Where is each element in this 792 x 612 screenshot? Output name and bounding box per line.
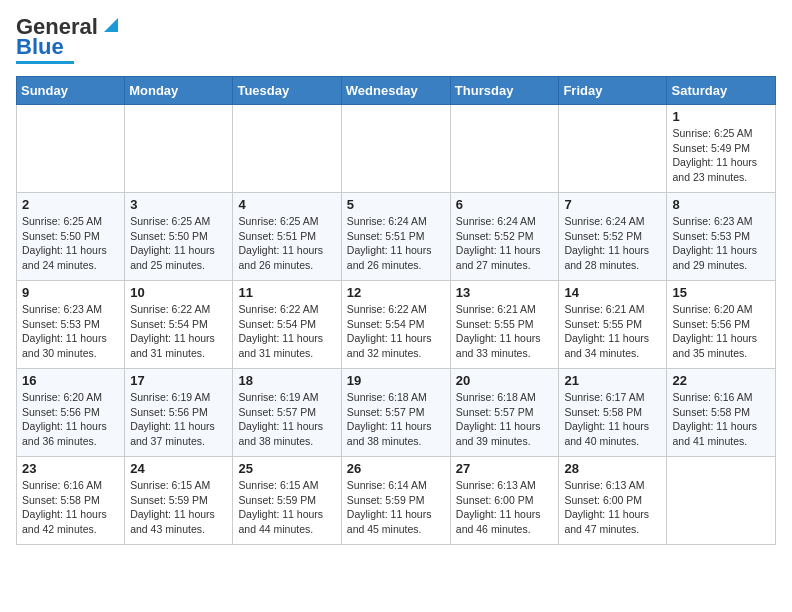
day-number: 15 [672, 285, 770, 300]
calendar-week-row: 9Sunrise: 6:23 AM Sunset: 5:53 PM Daylig… [17, 281, 776, 369]
calendar-header-row: SundayMondayTuesdayWednesdayThursdayFrid… [17, 77, 776, 105]
calendar-cell: 11Sunrise: 6:22 AM Sunset: 5:54 PM Dayli… [233, 281, 341, 369]
day-info: Sunrise: 6:18 AM Sunset: 5:57 PM Dayligh… [347, 390, 445, 449]
day-info: Sunrise: 6:16 AM Sunset: 5:58 PM Dayligh… [672, 390, 770, 449]
calendar-cell: 15Sunrise: 6:20 AM Sunset: 5:56 PM Dayli… [667, 281, 776, 369]
day-info: Sunrise: 6:25 AM Sunset: 5:50 PM Dayligh… [22, 214, 119, 273]
day-number: 23 [22, 461, 119, 476]
weekday-header-saturday: Saturday [667, 77, 776, 105]
day-number: 10 [130, 285, 227, 300]
day-info: Sunrise: 6:14 AM Sunset: 5:59 PM Dayligh… [347, 478, 445, 537]
day-info: Sunrise: 6:25 AM Sunset: 5:51 PM Dayligh… [238, 214, 335, 273]
calendar-cell: 2Sunrise: 6:25 AM Sunset: 5:50 PM Daylig… [17, 193, 125, 281]
day-number: 20 [456, 373, 554, 388]
weekday-header-thursday: Thursday [450, 77, 559, 105]
calendar-cell: 22Sunrise: 6:16 AM Sunset: 5:58 PM Dayli… [667, 369, 776, 457]
day-number: 24 [130, 461, 227, 476]
day-number: 6 [456, 197, 554, 212]
day-info: Sunrise: 6:13 AM Sunset: 6:00 PM Dayligh… [564, 478, 661, 537]
calendar-cell: 4Sunrise: 6:25 AM Sunset: 5:51 PM Daylig… [233, 193, 341, 281]
calendar-cell: 6Sunrise: 6:24 AM Sunset: 5:52 PM Daylig… [450, 193, 559, 281]
weekday-header-friday: Friday [559, 77, 667, 105]
day-number: 27 [456, 461, 554, 476]
calendar-cell: 16Sunrise: 6:20 AM Sunset: 5:56 PM Dayli… [17, 369, 125, 457]
logo-underline [16, 61, 74, 64]
calendar-cell: 24Sunrise: 6:15 AM Sunset: 5:59 PM Dayli… [125, 457, 233, 545]
day-info: Sunrise: 6:23 AM Sunset: 5:53 PM Dayligh… [672, 214, 770, 273]
day-info: Sunrise: 6:22 AM Sunset: 5:54 PM Dayligh… [238, 302, 335, 361]
day-number: 19 [347, 373, 445, 388]
day-info: Sunrise: 6:24 AM Sunset: 5:52 PM Dayligh… [456, 214, 554, 273]
day-info: Sunrise: 6:24 AM Sunset: 5:52 PM Dayligh… [564, 214, 661, 273]
day-number: 9 [22, 285, 119, 300]
day-info: Sunrise: 6:21 AM Sunset: 5:55 PM Dayligh… [564, 302, 661, 361]
day-info: Sunrise: 6:22 AM Sunset: 5:54 PM Dayligh… [347, 302, 445, 361]
logo: General Blue [16, 16, 122, 64]
day-number: 25 [238, 461, 335, 476]
calendar-week-row: 23Sunrise: 6:16 AM Sunset: 5:58 PM Dayli… [17, 457, 776, 545]
day-info: Sunrise: 6:13 AM Sunset: 6:00 PM Dayligh… [456, 478, 554, 537]
logo-triangle-icon [100, 14, 122, 36]
calendar-cell: 3Sunrise: 6:25 AM Sunset: 5:50 PM Daylig… [125, 193, 233, 281]
day-number: 26 [347, 461, 445, 476]
day-number: 4 [238, 197, 335, 212]
weekday-header-wednesday: Wednesday [341, 77, 450, 105]
calendar-week-row: 1Sunrise: 6:25 AM Sunset: 5:49 PM Daylig… [17, 105, 776, 193]
calendar-cell: 27Sunrise: 6:13 AM Sunset: 6:00 PM Dayli… [450, 457, 559, 545]
day-number: 8 [672, 197, 770, 212]
day-number: 11 [238, 285, 335, 300]
day-info: Sunrise: 6:21 AM Sunset: 5:55 PM Dayligh… [456, 302, 554, 361]
calendar-cell: 9Sunrise: 6:23 AM Sunset: 5:53 PM Daylig… [17, 281, 125, 369]
calendar-cell: 18Sunrise: 6:19 AM Sunset: 5:57 PM Dayli… [233, 369, 341, 457]
day-info: Sunrise: 6:25 AM Sunset: 5:49 PM Dayligh… [672, 126, 770, 185]
day-info: Sunrise: 6:15 AM Sunset: 5:59 PM Dayligh… [130, 478, 227, 537]
calendar-cell: 10Sunrise: 6:22 AM Sunset: 5:54 PM Dayli… [125, 281, 233, 369]
calendar-cell [341, 105, 450, 193]
day-number: 17 [130, 373, 227, 388]
calendar-table: SundayMondayTuesdayWednesdayThursdayFrid… [16, 76, 776, 545]
logo-blue-text: Blue [16, 36, 64, 58]
calendar-cell [17, 105, 125, 193]
day-info: Sunrise: 6:16 AM Sunset: 5:58 PM Dayligh… [22, 478, 119, 537]
day-number: 16 [22, 373, 119, 388]
calendar-cell: 26Sunrise: 6:14 AM Sunset: 5:59 PM Dayli… [341, 457, 450, 545]
calendar-cell [125, 105, 233, 193]
day-info: Sunrise: 6:19 AM Sunset: 5:56 PM Dayligh… [130, 390, 227, 449]
day-info: Sunrise: 6:15 AM Sunset: 5:59 PM Dayligh… [238, 478, 335, 537]
day-number: 5 [347, 197, 445, 212]
calendar-cell [667, 457, 776, 545]
calendar-cell: 12Sunrise: 6:22 AM Sunset: 5:54 PM Dayli… [341, 281, 450, 369]
day-number: 3 [130, 197, 227, 212]
day-number: 14 [564, 285, 661, 300]
calendar-cell: 5Sunrise: 6:24 AM Sunset: 5:51 PM Daylig… [341, 193, 450, 281]
day-info: Sunrise: 6:23 AM Sunset: 5:53 PM Dayligh… [22, 302, 119, 361]
day-number: 7 [564, 197, 661, 212]
day-info: Sunrise: 6:20 AM Sunset: 5:56 PM Dayligh… [672, 302, 770, 361]
svg-marker-0 [104, 18, 118, 32]
calendar-week-row: 2Sunrise: 6:25 AM Sunset: 5:50 PM Daylig… [17, 193, 776, 281]
calendar-cell [233, 105, 341, 193]
calendar-cell: 20Sunrise: 6:18 AM Sunset: 5:57 PM Dayli… [450, 369, 559, 457]
calendar-cell: 13Sunrise: 6:21 AM Sunset: 5:55 PM Dayli… [450, 281, 559, 369]
calendar-cell [559, 105, 667, 193]
calendar-cell: 8Sunrise: 6:23 AM Sunset: 5:53 PM Daylig… [667, 193, 776, 281]
day-number: 1 [672, 109, 770, 124]
day-number: 18 [238, 373, 335, 388]
calendar-cell: 25Sunrise: 6:15 AM Sunset: 5:59 PM Dayli… [233, 457, 341, 545]
page-header: General Blue [16, 16, 776, 64]
calendar-cell: 7Sunrise: 6:24 AM Sunset: 5:52 PM Daylig… [559, 193, 667, 281]
weekday-header-tuesday: Tuesday [233, 77, 341, 105]
weekday-header-monday: Monday [125, 77, 233, 105]
calendar-cell [450, 105, 559, 193]
day-info: Sunrise: 6:20 AM Sunset: 5:56 PM Dayligh… [22, 390, 119, 449]
calendar-cell: 1Sunrise: 6:25 AM Sunset: 5:49 PM Daylig… [667, 105, 776, 193]
day-info: Sunrise: 6:19 AM Sunset: 5:57 PM Dayligh… [238, 390, 335, 449]
calendar-cell: 28Sunrise: 6:13 AM Sunset: 6:00 PM Dayli… [559, 457, 667, 545]
day-number: 22 [672, 373, 770, 388]
calendar-cell: 17Sunrise: 6:19 AM Sunset: 5:56 PM Dayli… [125, 369, 233, 457]
calendar-cell: 23Sunrise: 6:16 AM Sunset: 5:58 PM Dayli… [17, 457, 125, 545]
calendar-cell: 21Sunrise: 6:17 AM Sunset: 5:58 PM Dayli… [559, 369, 667, 457]
calendar-week-row: 16Sunrise: 6:20 AM Sunset: 5:56 PM Dayli… [17, 369, 776, 457]
day-number: 21 [564, 373, 661, 388]
day-info: Sunrise: 6:22 AM Sunset: 5:54 PM Dayligh… [130, 302, 227, 361]
